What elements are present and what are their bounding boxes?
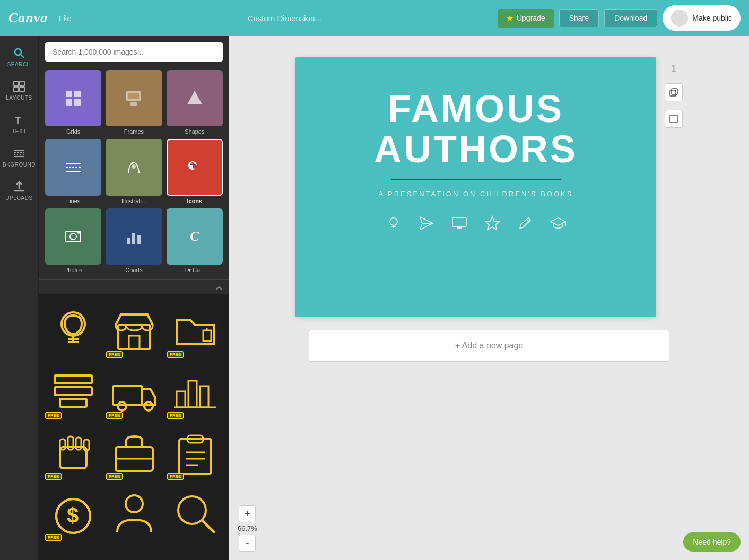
grid-item-canva[interactable]: C I ♥ Ca... — [167, 208, 223, 273]
grid-item-illustrations[interactable]: Illustrati... — [106, 139, 162, 204]
icons-thumb — [167, 139, 223, 195]
svg-rect-78 — [452, 217, 466, 226]
share-button[interactable]: Share — [559, 9, 599, 27]
sidebar-item-uploads[interactable]: UPLOADS — [0, 175, 38, 206]
slide-subtitle: A PRESENTATION ON CHILDREN'S BOOKS — [379, 190, 573, 198]
background-icon — [13, 147, 25, 160]
slide-icon-star — [484, 215, 501, 232]
grid-item-frames[interactable]: Frames — [106, 70, 162, 135]
slide-icon-graduation — [550, 215, 567, 232]
page-number: 1 — [670, 63, 676, 75]
svg-point-50 — [144, 402, 153, 410]
svg-rect-36 — [137, 235, 141, 244]
icon-cell-lightbulb[interactable] — [43, 300, 103, 360]
illustrations-thumb — [106, 139, 162, 195]
make-public-button[interactable]: Make public — [663, 5, 741, 31]
grid-item-lines[interactable]: Lines — [45, 139, 101, 204]
svg-rect-48 — [113, 386, 142, 405]
icon-cell-store[interactable]: FREE — [104, 300, 164, 360]
grid-items: Grids Frames Shapes — [39, 66, 229, 277]
free-badge: FREE — [45, 412, 62, 419]
icon-cell-shape1[interactable]: FREE — [43, 361, 103, 421]
svg-marker-81 — [485, 216, 499, 230]
svg-rect-35 — [132, 233, 135, 244]
icon-cell-truck[interactable]: FREE — [104, 361, 164, 421]
slide-icons — [385, 215, 567, 232]
icon-cell-person[interactable] — [104, 483, 164, 543]
upgrade-button[interactable]: ★ Upgrade — [498, 9, 554, 28]
svg-rect-14 — [74, 91, 81, 97]
zoom-in-button[interactable]: + — [239, 505, 256, 522]
charts-thumb — [106, 208, 162, 265]
help-button[interactable]: Need help? — [683, 532, 741, 552]
icon-cell-briefcase[interactable]: FREE — [104, 422, 164, 482]
icon-cell-folder[interactable]: FREE — [165, 300, 225, 360]
svg-point-33 — [77, 232, 80, 234]
main-layout: SEARCH LAYOUTS T TEXT BKGRO — [0, 36, 749, 560]
svg-rect-42 — [129, 336, 140, 349]
slide-icon-monitor — [451, 215, 468, 232]
grids-thumb — [45, 70, 101, 126]
svg-rect-53 — [200, 386, 208, 407]
icon-cell-barchart[interactable]: FREE — [165, 361, 225, 421]
lines-label: Lines — [66, 198, 80, 204]
svg-rect-2 — [14, 81, 19, 86]
grid-item-icons[interactable]: Icons — [167, 139, 223, 204]
add-new-page-button[interactable]: + Add a new page — [309, 330, 669, 362]
icon-cell-clipboard[interactable]: FREE — [165, 422, 225, 482]
svg-rect-5 — [20, 87, 24, 92]
file-menu[interactable]: File — [58, 14, 71, 23]
icon-cell-hand[interactable]: FREE — [43, 422, 103, 482]
svg-point-24 — [132, 164, 136, 169]
svg-rect-45 — [55, 375, 92, 383]
svg-point-29 — [190, 163, 191, 165]
svg-line-82 — [527, 220, 529, 222]
sidebar-item-search-label: SEARCH — [7, 62, 31, 67]
navbar-center: Custom Dimension... — [78, 14, 491, 23]
svg-point-32 — [70, 233, 76, 240]
slide-icon-paperplane — [418, 215, 435, 232]
collapse-button[interactable] — [39, 282, 229, 294]
avatar — [671, 10, 688, 27]
grid-item-photos[interactable]: Photos — [45, 208, 101, 273]
copy-slide-button[interactable] — [665, 83, 683, 101]
sidebar-item-background[interactable]: BKGROUND — [0, 142, 38, 173]
svg-rect-18 — [128, 93, 139, 99]
grid-item-grids[interactable]: Grids — [45, 70, 101, 135]
svg-line-1 — [21, 55, 24, 58]
grid-item-shapes[interactable]: Shapes — [167, 70, 223, 135]
download-button[interactable]: Download — [604, 9, 657, 27]
add-slide-button[interactable] — [665, 110, 683, 128]
slide-container[interactable]: FAMOUS AUTHORS A PRESENTATION ON CHILDRE… — [295, 57, 656, 317]
shapes-label: Shapes — [185, 128, 204, 135]
slide-icon-pencil — [517, 215, 534, 232]
sidebar-item-layouts-label: LAYOUTS — [6, 95, 32, 101]
text-icon: T — [13, 113, 25, 126]
slide-icon-lightbulb — [385, 215, 402, 232]
sidebar-item-text[interactable]: T TEXT — [0, 108, 38, 139]
zoom-controls: + 66.7% - — [238, 505, 257, 552]
svg-point-28 — [191, 166, 193, 168]
copy-icon — [669, 88, 678, 97]
search-area — [39, 36, 229, 66]
frames-label: Frames — [124, 128, 144, 135]
svg-point-27 — [193, 164, 197, 169]
search-input[interactable] — [45, 42, 223, 62]
document-title: Custom Dimension... — [248, 14, 321, 23]
svg-rect-43 — [203, 330, 211, 341]
icon-cell-dollar[interactable]: $ FREE — [43, 483, 103, 543]
grid-item-charts[interactable]: Charts — [106, 208, 162, 273]
svg-rect-13 — [66, 91, 72, 97]
navbar-actions: ★ Upgrade Share Download Make public — [498, 5, 741, 31]
icons-label: Icons — [187, 198, 202, 204]
svg-rect-3 — [20, 81, 24, 86]
icon-cell-magnify[interactable] — [165, 483, 225, 543]
svg-rect-51 — [177, 391, 185, 407]
zoom-out-button[interactable]: - — [239, 535, 256, 552]
panel-divider — [39, 279, 229, 280]
sidebar-item-search[interactable]: SEARCH — [0, 41, 38, 73]
sidebar-item-layouts[interactable]: LAYOUTS — [0, 75, 38, 106]
slide-title-line2: AUTHORS — [374, 129, 578, 170]
panel: Grids Frames Shapes — [38, 36, 229, 560]
zoom-percent: 66.7% — [238, 524, 257, 532]
